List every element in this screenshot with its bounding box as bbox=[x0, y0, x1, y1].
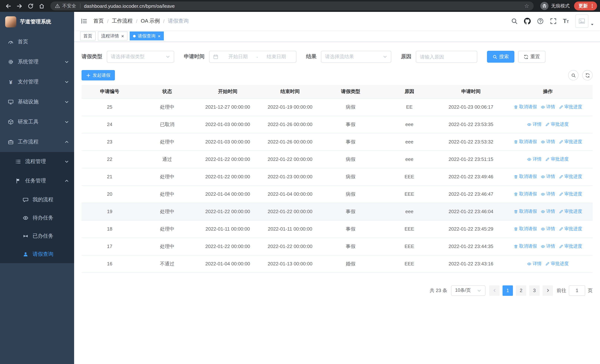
bookmark-star-icon[interactable]: ☆ bbox=[522, 3, 531, 9]
briefcase-icon bbox=[7, 139, 14, 145]
table-row: 20 处理中 2022-01-04 00:00:00 2022-01-04 00… bbox=[82, 185, 593, 203]
github-icon[interactable] bbox=[524, 18, 531, 24]
approval-progress-link[interactable]: 审批进度 bbox=[559, 191, 582, 197]
close-tab-icon[interactable]: × bbox=[158, 34, 160, 38]
approval-progress-link[interactable]: 审批进度 bbox=[545, 121, 569, 128]
fullscreen-icon[interactable] bbox=[550, 18, 557, 24]
start-date-placeholder[interactable]: 开始日期 bbox=[222, 53, 254, 60]
forward-button[interactable] bbox=[14, 1, 24, 11]
cancel-leave-link[interactable]: 取消请假 bbox=[514, 173, 537, 180]
col-apply-id: 申请编号 bbox=[82, 85, 138, 98]
reload-button[interactable] bbox=[25, 1, 36, 11]
detail-link[interactable]: 详情 bbox=[527, 121, 542, 128]
detail-link[interactable]: 详情 bbox=[527, 156, 542, 162]
sidebar-item-system[interactable]: 系统管理 bbox=[0, 52, 74, 72]
collapse-sidebar-icon[interactable] bbox=[80, 17, 88, 25]
cell-leave-type: 病假 bbox=[321, 98, 380, 116]
search-button[interactable]: 搜索 bbox=[487, 51, 514, 63]
page-size-select[interactable]: 10条/页 bbox=[451, 285, 486, 296]
close-tab-icon[interactable]: × bbox=[121, 34, 124, 38]
cell-apply-id: 21 bbox=[82, 168, 138, 185]
sidebar-item-task-management[interactable]: 任务管理 bbox=[0, 171, 74, 191]
cancel-leave-link[interactable]: 取消请假 bbox=[514, 139, 537, 145]
page-size-value: 10条/页 bbox=[455, 287, 471, 294]
cell-apply-id: 16 bbox=[82, 255, 138, 272]
sidebar-item-done-tasks[interactable]: 已办任务 bbox=[0, 227, 74, 245]
reset-button[interactable]: 重置 bbox=[518, 51, 545, 63]
cancel-leave-link[interactable]: 取消请假 bbox=[514, 226, 537, 232]
approval-progress-link[interactable]: 审批进度 bbox=[559, 173, 582, 180]
reason-input[interactable] bbox=[420, 54, 473, 59]
sidebar-item-my-process[interactable]: 我的流程 bbox=[0, 191, 74, 209]
detail-link[interactable]: 详情 bbox=[541, 191, 555, 197]
approval-progress-link[interactable]: 审批进度 bbox=[559, 104, 582, 110]
sidebar-item-process-management[interactable]: 流程管理 bbox=[0, 152, 74, 171]
avatar[interactable] bbox=[575, 14, 589, 28]
approval-progress-label: 审批进度 bbox=[564, 208, 582, 215]
approval-progress-link[interactable]: 审批进度 bbox=[559, 243, 582, 250]
update-button[interactable]: 更新 bbox=[574, 1, 597, 10]
cancel-leave-link[interactable]: 取消请假 bbox=[514, 191, 537, 197]
cancel-leave-link[interactable]: 取消请假 bbox=[514, 208, 537, 215]
next-page-button[interactable] bbox=[543, 285, 553, 296]
cancel-leave-link[interactable]: 取消请假 bbox=[514, 243, 537, 250]
trash-icon bbox=[514, 244, 518, 249]
toggle-search-button[interactable] bbox=[568, 70, 579, 80]
apply-time-range-picker[interactable]: 开始日期 - 结束日期 bbox=[209, 51, 297, 63]
top-navbar: 首页 / 工作流程 / OA 示例 / 请假查询 bbox=[74, 12, 600, 30]
sidebar-item-payment[interactable]: ¥ 支付管理 bbox=[0, 72, 74, 92]
detail-link[interactable]: 详情 bbox=[541, 243, 555, 250]
eye-icon bbox=[541, 227, 545, 231]
app-logo[interactable]: 芋道管理系统 bbox=[0, 12, 74, 32]
end-date-placeholder[interactable]: 结束日期 bbox=[260, 53, 292, 60]
detail-link[interactable]: 详情 bbox=[541, 208, 555, 215]
breadcrumb-item[interactable]: OA 示例 bbox=[141, 18, 160, 24]
font-size-icon[interactable]: TT bbox=[563, 18, 569, 24]
sidebar-item-infrastructure[interactable]: 基础设施 bbox=[0, 92, 74, 112]
user-menu[interactable] bbox=[575, 14, 594, 28]
detail-link[interactable]: 详情 bbox=[541, 173, 555, 180]
goto-page-input[interactable] bbox=[569, 285, 585, 296]
sidebar-item-home[interactable]: 首页 bbox=[0, 32, 74, 52]
detail-link[interactable]: 详情 bbox=[541, 139, 555, 145]
sidebar-menu: 首页 系统管理 ¥ 支付管理 bbox=[0, 32, 74, 263]
menu-dots-icon[interactable] bbox=[590, 3, 595, 9]
leave-type-select[interactable]: 请选择请假类型 bbox=[107, 51, 174, 63]
page-button-2[interactable]: 2 bbox=[516, 285, 526, 296]
sidebar-item-todo-tasks[interactable]: 待办任务 bbox=[0, 209, 74, 227]
create-leave-button[interactable]: 发起请假 bbox=[82, 70, 115, 80]
address-bar[interactable]: 不安全 dashboard.yudao.iocoder.cn/bpm/oa/le… bbox=[50, 1, 534, 10]
detail-link[interactable]: 详情 bbox=[541, 226, 555, 232]
page-button-3[interactable]: 3 bbox=[529, 285, 540, 296]
approval-progress-link[interactable]: 审批进度 bbox=[559, 139, 582, 145]
approval-progress-link[interactable]: 审批进度 bbox=[545, 156, 569, 162]
cancel-leave-link[interactable]: 取消请假 bbox=[514, 104, 537, 110]
search-icon[interactable] bbox=[511, 18, 518, 24]
prev-page-button[interactable] bbox=[489, 285, 500, 296]
sidebar-item-workflow[interactable]: 工作流程 bbox=[0, 132, 74, 152]
result-select[interactable]: 请选择流结果 bbox=[321, 51, 391, 63]
tab-home[interactable]: 首页 bbox=[80, 31, 96, 40]
detail-link[interactable]: 详情 bbox=[541, 104, 555, 110]
approval-progress-link[interactable]: 审批进度 bbox=[545, 261, 569, 267]
breadcrumb-separator: / bbox=[136, 18, 138, 24]
approval-progress-link[interactable]: 审批进度 bbox=[559, 226, 582, 232]
approval-progress-link[interactable]: 审批进度 bbox=[559, 208, 582, 215]
page-content: 请假类型 请选择请假类型 申请时间 开始日期 - 结束日期 bbox=[74, 42, 600, 364]
refresh-table-button[interactable] bbox=[582, 70, 593, 80]
breadcrumb-item[interactable]: 首页 bbox=[94, 18, 104, 24]
incognito-label: 无痕模式 bbox=[551, 3, 570, 9]
home-button[interactable] bbox=[36, 1, 47, 11]
help-icon[interactable] bbox=[537, 18, 544, 24]
browser-window: 不安全 dashboard.yudao.iocoder.cn/bpm/oa/le… bbox=[0, 0, 600, 364]
sidebar-item-devtools[interactable]: 研发工具 bbox=[0, 112, 74, 132]
cell-apply-id: 17 bbox=[82, 238, 138, 255]
cell-apply-time: 2022-01-22 23:44:35 bbox=[439, 238, 503, 255]
detail-link[interactable]: 详情 bbox=[527, 261, 542, 267]
sidebar-item-leave-query[interactable]: 请假查询 bbox=[0, 245, 74, 263]
tab-process-detail[interactable]: 流程详情 × bbox=[98, 31, 127, 40]
tab-leave-query[interactable]: 请假查询 × bbox=[130, 31, 164, 40]
page-button-1[interactable]: 1 bbox=[503, 285, 513, 296]
breadcrumb-item[interactable]: 工作流程 bbox=[112, 18, 133, 24]
back-button[interactable] bbox=[3, 1, 13, 11]
